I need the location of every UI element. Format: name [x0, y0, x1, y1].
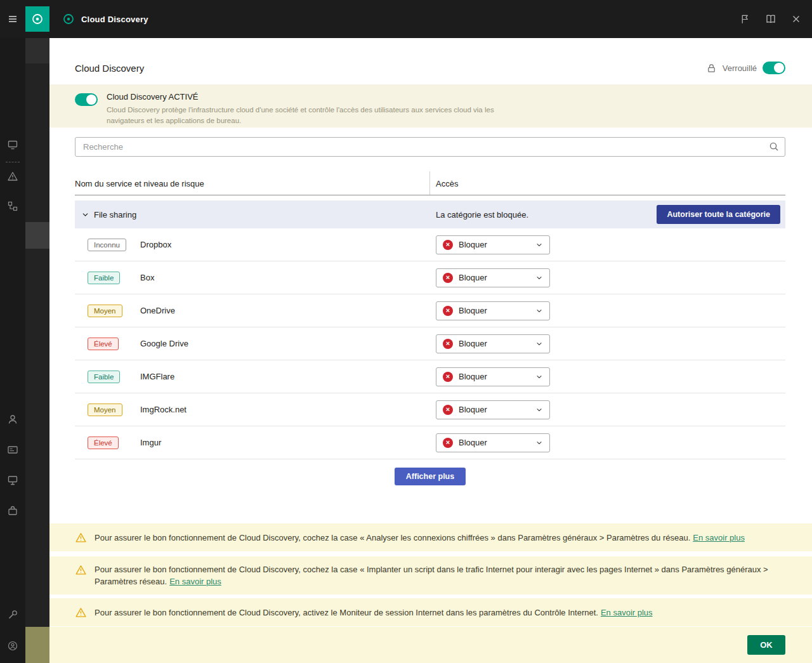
topbar: Cloud Discovery	[0, 0, 812, 38]
access-cell: × Bloquer	[436, 268, 785, 287]
lock-icon	[706, 63, 717, 74]
access-dropdown[interactable]: × Bloquer	[436, 400, 550, 419]
sidebar-item-devices[interactable]	[0, 475, 25, 486]
warning-icon	[75, 532, 87, 544]
category-status: La catégorie est bloquée.	[430, 210, 657, 220]
access-cell: × Bloquer	[436, 367, 785, 386]
access-dropdown[interactable]: × Bloquer	[436, 367, 550, 386]
block-icon: ×	[443, 438, 453, 448]
app-logo-icon	[62, 13, 75, 25]
access-cell: × Bloquer	[436, 301, 785, 320]
category-name: File sharing	[94, 210, 136, 220]
access-dropdown[interactable]: × Bloquer	[436, 235, 550, 254]
risk-cell: Faible	[75, 272, 140, 284]
warning-banner: Pour assurer le bon fonctionnement de Cl…	[49, 523, 812, 551]
access-value: Bloquer	[459, 405, 530, 414]
feature-status-title: Cloud Discovery ACTIVÉ	[107, 92, 522, 102]
access-value: Bloquer	[459, 438, 530, 447]
sidebar	[0, 38, 49, 663]
hamburger-icon	[7, 13, 18, 25]
app-tile-button[interactable]	[25, 6, 49, 32]
ok-button[interactable]: OK	[747, 635, 785, 655]
search-input[interactable]	[75, 137, 785, 157]
allow-category-button[interactable]: Autoriser toute la catégorie	[657, 205, 780, 224]
table-row: Élevé Google Drive × Bloquer	[75, 327, 785, 360]
table-row: Moyen ImgRock.net × Bloquer	[75, 393, 785, 426]
learn-more-link[interactable]: En savoir plus	[601, 608, 653, 617]
learn-more-link[interactable]: En savoir plus	[693, 533, 745, 542]
warning-text: Pour assurer le bon fonctionnement de Cl…	[95, 563, 785, 588]
flag-icon	[740, 14, 750, 25]
sidebar-item-policies[interactable]	[0, 444, 25, 456]
banner-gap	[49, 551, 812, 556]
access-value: Bloquer	[459, 273, 530, 282]
sidebar-item-tasks[interactable]	[0, 505, 25, 516]
column-header-service: Nom du service et niveau de risque	[75, 171, 430, 195]
access-cell: × Bloquer	[436, 433, 785, 452]
risk-cell: Faible	[75, 371, 140, 383]
service-name: Imgur	[140, 438, 436, 447]
window-title: Cloud Discovery	[81, 15, 148, 24]
lock-toggle[interactable]	[763, 62, 785, 74]
warning-icon	[7, 171, 18, 182]
risk-cell: Élevé	[75, 338, 140, 350]
chevron-down-icon	[535, 307, 543, 315]
access-dropdown[interactable]: × Bloquer	[436, 433, 550, 452]
category-expander[interactable]: File sharing	[75, 210, 430, 220]
search-icon[interactable]	[768, 141, 780, 152]
sidebar-item-components[interactable]	[0, 200, 25, 212]
access-dropdown[interactable]: × Bloquer	[436, 301, 550, 320]
warning-banner: Pour assurer le bon fonctionnement de Cl…	[49, 556, 812, 594]
access-cell: × Bloquer	[436, 235, 785, 254]
profile-icon	[7, 640, 18, 652]
block-icon: ×	[443, 339, 453, 349]
access-value: Bloquer	[459, 339, 530, 348]
feature-description: Cloud Discovery protège l'infrastructure…	[107, 105, 522, 126]
sidebar-footer-block	[25, 627, 49, 663]
access-dropdown[interactable]: × Bloquer	[436, 334, 550, 353]
sidebar-divider	[6, 162, 20, 162]
chevron-down-icon	[81, 211, 89, 219]
cloud-discovery-toggle[interactable]	[75, 93, 98, 106]
risk-badge: Moyen	[88, 404, 122, 416]
sidebar-item-monitoring[interactable]	[0, 139, 25, 150]
hamburger-button[interactable]	[0, 0, 25, 38]
flag-button[interactable]	[740, 14, 750, 25]
service-name: Dropbox	[140, 240, 436, 249]
sidebar-secondary-rail	[25, 38, 49, 663]
column-header-access: Accès	[430, 179, 458, 195]
risk-badge: Moyen	[88, 305, 122, 317]
feature-status-band: Cloud Discovery ACTIVÉ Cloud Discovery p…	[49, 84, 812, 128]
block-icon: ×	[443, 273, 453, 283]
table-row: Faible Box × Bloquer	[75, 261, 785, 294]
service-name: ImgRock.net	[140, 405, 436, 414]
access-value: Bloquer	[459, 372, 530, 381]
sidebar-item-support[interactable]	[0, 640, 25, 652]
manual-button[interactable]	[765, 13, 776, 25]
risk-badge: Faible	[88, 371, 120, 383]
chevron-down-icon	[535, 406, 543, 414]
close-button[interactable]	[791, 14, 801, 24]
access-cell: × Bloquer	[436, 334, 785, 353]
app-window: Cloud Discovery	[0, 0, 812, 663]
wrench-icon	[7, 609, 18, 620]
block-icon: ×	[443, 240, 453, 250]
service-name: IMGFlare	[140, 372, 436, 381]
show-more-row: Afficher plus	[75, 459, 785, 494]
sidebar-item-alerts[interactable]	[0, 171, 25, 182]
chevron-down-icon	[535, 241, 543, 249]
dialog-footer: OK	[49, 627, 812, 663]
table-row: Moyen OneDrive × Bloquer	[75, 294, 785, 327]
access-dropdown[interactable]: × Bloquer	[436, 268, 550, 287]
access-value: Bloquer	[459, 306, 530, 315]
lock-label: Verrouillé	[723, 63, 757, 73]
sidebar-item-users[interactable]	[0, 414, 25, 425]
close-icon	[791, 14, 801, 24]
table-row: Élevé Imgur × Bloquer	[75, 426, 785, 459]
table-row: Faible IMGFlare × Bloquer	[75, 360, 785, 393]
sidebar-item-settings[interactable]	[0, 609, 25, 620]
chevron-down-icon	[535, 439, 543, 447]
show-more-button[interactable]: Afficher plus	[395, 468, 466, 485]
risk-badge: Élevé	[88, 338, 119, 350]
learn-more-link[interactable]: En savoir plus	[169, 577, 221, 586]
